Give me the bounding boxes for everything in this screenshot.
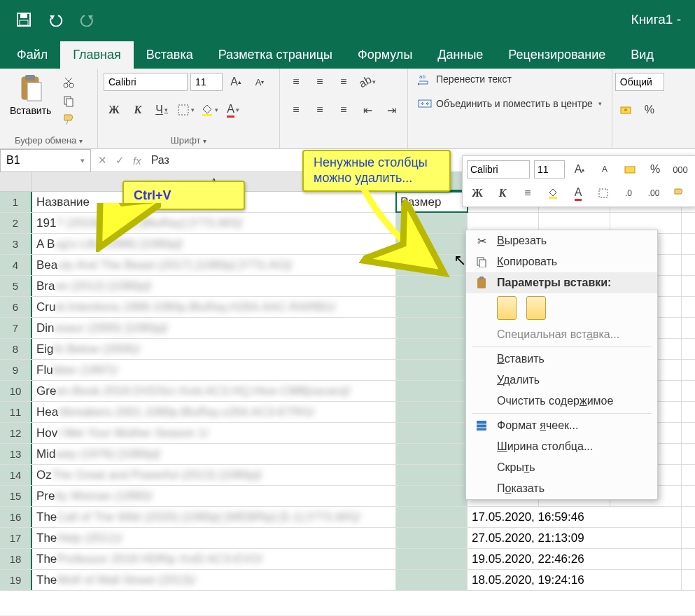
select-all-corner[interactable] [0, 172, 32, 191]
row-header-18[interactable]: 18 [0, 549, 32, 569]
cell-A6[interactable]: Cruel.Intentions.1999.1080p.BluRay.H264.… [32, 297, 396, 317]
fill-color-button[interactable]: ▾ [199, 101, 220, 119]
undo-icon[interactable] [46, 10, 66, 29]
format-painter-icon[interactable] [59, 111, 78, 127]
cell-B17[interactable] [396, 528, 468, 548]
row-header-7[interactable]: 7 [0, 318, 32, 338]
mini-align-icon[interactable]: ≡ [517, 184, 538, 202]
cell-B14[interactable] [396, 465, 468, 485]
cell-A11[interactable]: Heartbreakers.2001.1080p.BluRay.x264.AC3… [32, 402, 396, 422]
ctx-insert[interactable]: Вставить [466, 349, 657, 370]
cell-B10[interactable] [396, 381, 468, 401]
cancel-icon[interactable]: ✕ [98, 154, 107, 167]
number-format-select[interactable] [615, 73, 664, 91]
cell-A12[interactable]: HovI Met Your Mother Season 1/ [32, 423, 396, 443]
mini-fill-color-icon[interactable] [542, 184, 563, 202]
bold-button[interactable]: Ж [104, 101, 125, 119]
cell-B15[interactable] [396, 486, 468, 506]
merge-center-button[interactable]: Объединить и поместить в центре ▾ [414, 97, 606, 111]
ctx-delete[interactable]: Удалить [466, 370, 657, 391]
row-header-17[interactable]: 17 [0, 528, 32, 548]
cell-date-19[interactable]: 18.05.2020, 19:24:16 [468, 570, 682, 590]
cell-B16[interactable] [396, 507, 468, 527]
mini-comma-icon[interactable]: 000 [670, 160, 691, 178]
confirm-icon[interactable]: ✓ [115, 154, 125, 167]
align-left-icon[interactable]: ≡ [286, 101, 307, 119]
paste-option-2[interactable] [526, 296, 546, 320]
underline-button[interactable]: Ч▾ [151, 101, 172, 119]
mini-bold-button[interactable]: Ж [467, 184, 488, 202]
tab-view[interactable]: Вид [618, 41, 666, 69]
italic-button[interactable]: К [127, 101, 148, 119]
cell-B8[interactable] [396, 339, 468, 359]
cell-B13[interactable] [396, 444, 468, 464]
row-header-10[interactable]: 10 [0, 381, 32, 401]
cell-A8[interactable]: Eight Below (2006)/ [32, 339, 396, 359]
mini-percent-icon[interactable]: % [645, 160, 666, 178]
row-header-11[interactable]: 11 [0, 402, 32, 422]
redo-icon[interactable] [78, 10, 98, 29]
row-header-13[interactable]: 13 [0, 444, 32, 464]
cell-B9[interactable] [396, 360, 468, 380]
decrease-indent-icon[interactable]: ⇤ [357, 101, 378, 119]
cell-date-18[interactable]: 19.05.2020, 22:46:26 [468, 549, 682, 569]
align-bottom-icon[interactable]: ≡ [333, 73, 354, 91]
cell-date-17[interactable]: 27.05.2020, 21:13:09 [468, 528, 682, 548]
row-header-19[interactable]: 19 [0, 570, 32, 590]
font-color-button[interactable]: A▾ [223, 101, 244, 119]
paste-button[interactable]: Вставить [6, 71, 55, 127]
cut-icon[interactable] [59, 74, 78, 91]
align-center-icon[interactable]: ≡ [309, 101, 330, 119]
tab-insert[interactable]: Вставка [134, 41, 206, 69]
cell-A5[interactable]: Brave (2012) [1080p]/ [32, 276, 396, 296]
tab-formulas[interactable]: Формулы [345, 41, 425, 69]
mini-inc-decimal-icon[interactable]: .00 [643, 184, 664, 202]
align-middle-icon[interactable]: ≡ [309, 73, 330, 91]
cell-A16[interactable]: The Call of The Wild (2020) [1080p] [WEB… [32, 507, 396, 527]
tab-data[interactable]: Данные [425, 41, 496, 69]
tab-home[interactable]: Главная [60, 41, 134, 69]
wrap-text-button[interactable]: abПеренести текст [414, 71, 606, 87]
cell-A3[interactable]: A Bug's Life (1998) [1080p]/ [32, 234, 396, 254]
cell-A9[interactable]: Flubber (1997)/ [32, 360, 396, 380]
increase-indent-icon[interactable]: ⇥ [381, 101, 402, 119]
percent-icon[interactable]: % [639, 101, 660, 119]
row-header-4[interactable]: 4 [0, 255, 32, 275]
cell-A7[interactable]: Dinosaur (2000) [1080p]/ [32, 318, 396, 338]
mini-borders-icon[interactable] [593, 184, 614, 202]
cell-B19[interactable] [396, 570, 468, 590]
cell-B2[interactable] [396, 213, 468, 233]
row-header-15[interactable]: 15 [0, 486, 32, 506]
row-header-8[interactable]: 8 [0, 339, 32, 359]
cell-A18[interactable]: The Professor 2018 HDRip XviD AC3-EVO/ [32, 549, 396, 569]
cell-B7[interactable] [396, 318, 468, 338]
fx-icon[interactable]: fx [133, 155, 141, 167]
name-box[interactable]: B1▾ [0, 149, 91, 172]
row-header-3[interactable]: 3 [0, 234, 32, 254]
ctx-show[interactable]: Показать [466, 478, 657, 499]
copy-icon[interactable] [59, 92, 78, 109]
mini-decrease-font-icon[interactable]: A [594, 160, 615, 178]
cell-A14[interactable]: Oz The Great and Powerful (2013) [1080p]… [32, 465, 396, 485]
cell-A2[interactable]: 1917 (2019) [720p] [BluRay] [YTS.MX]/ [32, 213, 396, 233]
row-header-1[interactable]: 1 [0, 192, 32, 212]
row-header-12[interactable]: 12 [0, 423, 32, 443]
cell-A19[interactable]: The Wolf of Wall Street (2013)/ [32, 570, 396, 590]
cell-A13[interactable]: Midway (1976) [1080p]/ [32, 444, 396, 464]
row-header-16[interactable]: 16 [0, 507, 32, 527]
ctx-hide[interactable]: Скрыть [466, 457, 657, 478]
paste-option-1[interactable] [497, 296, 517, 320]
ctx-clear[interactable]: Очистить содержимое [466, 391, 657, 412]
mini-format-painter-icon[interactable] [668, 184, 689, 202]
cell-A15[interactable]: Pretty Woman (1990)/ [32, 486, 396, 506]
mini-currency-icon[interactable] [619, 160, 640, 178]
increase-font-icon[interactable]: A▴ [225, 73, 246, 91]
currency-icon[interactable] [615, 101, 636, 119]
cell-B12[interactable] [396, 423, 468, 443]
cell-date-16[interactable]: 17.05.2020, 16:59:46 [468, 507, 682, 527]
font-name-select[interactable] [104, 73, 188, 91]
ctx-column-width[interactable]: Ширина столбца... [466, 436, 657, 457]
cell-A10[interactable]: Green.Book.2018.DVDScr.Xvid.AC3.HQ.Hive-… [32, 381, 396, 401]
cell-B6[interactable] [396, 297, 468, 317]
ctx-cut[interactable]: ✂Вырезать [466, 230, 657, 251]
